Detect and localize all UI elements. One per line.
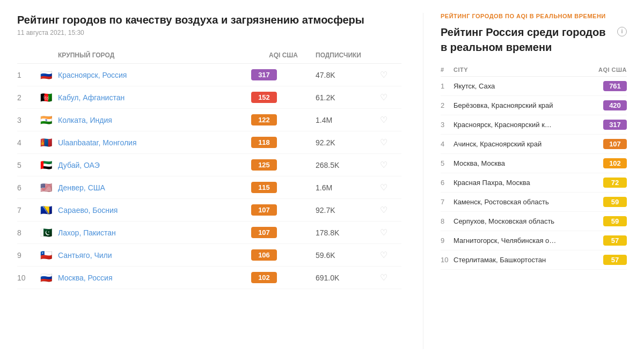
right-aqi-cell: 72 <box>584 178 627 188</box>
rank: 10 <box>17 274 39 282</box>
heart-button[interactable]: ♡ <box>380 92 401 102</box>
right-table-header: # CITY AQI США <box>441 63 627 77</box>
right-rank: 8 <box>441 217 453 225</box>
subscribers: 268.5K <box>316 161 380 169</box>
heart-button[interactable]: ♡ <box>380 160 401 170</box>
subscribers: 92.2K <box>316 138 380 147</box>
right-table-row: 9 Магнитогорск, Челябинская о… 57 <box>441 231 627 250</box>
city-name[interactable]: Лахор, Пакистан <box>58 228 251 237</box>
aqi-cell: 115 <box>251 182 316 193</box>
city-name[interactable]: Ulaanbaatar, Монголия <box>58 138 251 147</box>
city-name[interactable]: Красноярск, Россия <box>58 71 251 79</box>
right-city-name[interactable]: Магнитогорск, Челябинская о… <box>453 237 584 245</box>
city-name[interactable]: Дубай, ОАЭ <box>58 161 251 169</box>
right-rank: 2 <box>441 101 453 109</box>
right-aqi-cell: 761 <box>584 81 627 91</box>
rank: 4 <box>17 138 39 147</box>
right-aqi-cell: 107 <box>584 139 627 149</box>
right-table-row: 10 Стерлитамак, Башкортостан 57 <box>441 250 627 270</box>
rank: 5 <box>17 161 39 169</box>
table-row: 1 🇷🇺 Красноярск, Россия 317 47.8K ♡ <box>17 64 401 86</box>
city-name[interactable]: Колката, Индия <box>58 116 251 124</box>
city-name[interactable]: Сараево, Босния <box>58 206 251 215</box>
flag-icon: 🇦🇫 <box>39 92 54 103</box>
subscribers: 47.8K <box>316 71 380 79</box>
right-heading-small: РЕЙТИНГ ГОРОДОВ ПО AQI В РЕАЛЬНОМ ВРЕМЕН… <box>441 13 627 19</box>
right-table-row: 2 Берёзовка, Красноярский край 420 <box>441 96 627 115</box>
table-row: 5 🇦🇪 Дубай, ОАЭ 125 268.5K ♡ <box>17 154 401 176</box>
heart-button[interactable]: ♡ <box>380 70 401 80</box>
heart-button[interactable]: ♡ <box>380 227 401 238</box>
right-aqi-cell: 317 <box>584 120 627 130</box>
table-header: Крупный город AQI США Подписчики <box>17 47 401 64</box>
right-aqi-cell: 57 <box>584 255 627 265</box>
heart-button[interactable]: ♡ <box>380 250 401 260</box>
right-aqi-badge: 59 <box>603 216 627 226</box>
city-name[interactable]: Кабул, Афганистан <box>58 93 251 102</box>
heart-button[interactable]: ♡ <box>380 205 401 215</box>
subtitle-date: 11 августа 2021, 15:30 <box>17 29 401 36</box>
right-city-name[interactable]: Каменск, Ростовская область <box>453 198 584 206</box>
city-name[interactable]: Сантьяго, Чили <box>58 251 251 260</box>
aqi-badge: 125 <box>251 159 277 171</box>
right-city-name[interactable]: Красная Пахра, Москва <box>453 179 584 187</box>
right-table-row: 5 Москва, Москва 102 <box>441 154 627 173</box>
right-rank: 7 <box>441 198 453 206</box>
main-title: Рейтинг городов по качеству воздуха и за… <box>17 13 401 27</box>
rank: 2 <box>17 93 39 102</box>
table-row: 2 🇦🇫 Кабул, Афганистан 152 61.2K ♡ <box>17 86 401 109</box>
right-city-name[interactable]: Берёзовка, Красноярский край <box>453 101 584 109</box>
rank: 7 <box>17 206 39 215</box>
flag-icon: 🇮🇳 <box>39 115 54 125</box>
right-rank: 10 <box>441 256 453 264</box>
right-table-row: 4 Ачинск, Красноярский край 107 <box>441 135 627 154</box>
city-name[interactable]: Москва, Россия <box>58 274 251 282</box>
rank: 9 <box>17 251 39 260</box>
flag-icon: 🇨🇱 <box>39 250 54 261</box>
right-city-name[interactable]: Серпухов, Московская область <box>453 217 584 225</box>
flag-icon: 🇦🇪 <box>39 160 54 171</box>
flag-icon: 🇺🇸 <box>39 182 54 193</box>
right-table-row: 1 Якутск, Саха 761 <box>441 77 627 96</box>
city-name[interactable]: Денвер, США <box>58 183 251 192</box>
aqi-cell: 107 <box>251 227 316 238</box>
right-aqi-badge: 761 <box>603 81 627 91</box>
main-table: 1 🇷🇺 Красноярск, Россия 317 47.8K ♡ 2 🇦🇫… <box>17 64 401 289</box>
table-row: 9 🇨🇱 Сантьяго, Чили 106 59.6K ♡ <box>17 244 401 267</box>
right-table-row: 8 Серпухов, Московская область 59 <box>441 212 627 231</box>
right-city-name[interactable]: Москва, Москва <box>453 159 584 167</box>
heart-button[interactable]: ♡ <box>380 115 401 125</box>
subscribers: 61.2K <box>316 93 380 102</box>
right-aqi-cell: 59 <box>584 197 627 207</box>
right-col-rank: # <box>441 67 453 73</box>
table-row: 10 🇷🇺 Москва, Россия 102 691.0K ♡ <box>17 267 401 289</box>
col-subscribers-header: Подписчики <box>316 51 380 59</box>
aqi-cell: 317 <box>251 69 316 80</box>
aqi-cell: 122 <box>251 114 316 125</box>
info-icon[interactable]: i <box>617 27 627 36</box>
subscribers: 178.8K <box>316 228 380 237</box>
right-table-row: 6 Красная Пахра, Москва 72 <box>441 173 627 193</box>
col-aqi-header: AQI США <box>251 51 316 59</box>
right-col-city: CITY <box>453 67 584 73</box>
flag-icon: 🇵🇰 <box>39 227 54 238</box>
aqi-badge: 118 <box>251 137 277 148</box>
right-rank: 9 <box>441 237 453 245</box>
right-aqi-cell: 59 <box>584 216 627 226</box>
right-city-name[interactable]: Красноярск, Красноярский к… <box>453 121 584 129</box>
heart-button[interactable]: ♡ <box>380 182 401 193</box>
right-city-name[interactable]: Якутск, Саха <box>453 82 584 90</box>
aqi-cell: 107 <box>251 204 316 216</box>
right-panel: РЕЙТИНГ ГОРОДОВ ПО AQI В РЕАЛЬНОМ ВРЕМЕН… <box>423 13 627 349</box>
heart-button[interactable]: ♡ <box>380 272 401 283</box>
flag-icon: 🇷🇺 <box>39 272 54 283</box>
right-city-name[interactable]: Ачинск, Красноярский край <box>453 140 584 148</box>
right-rank: 1 <box>441 82 453 90</box>
right-rank: 3 <box>441 121 453 129</box>
right-city-name[interactable]: Стерлитамак, Башкортостан <box>453 256 584 264</box>
flag-icon: 🇧🇦 <box>39 205 54 216</box>
aqi-cell: 152 <box>251 92 316 103</box>
heart-button[interactable]: ♡ <box>380 137 401 147</box>
right-table: 1 Якутск, Саха 761 2 Берёзовка, Краснояр… <box>441 77 627 270</box>
aqi-badge: 107 <box>251 227 277 238</box>
